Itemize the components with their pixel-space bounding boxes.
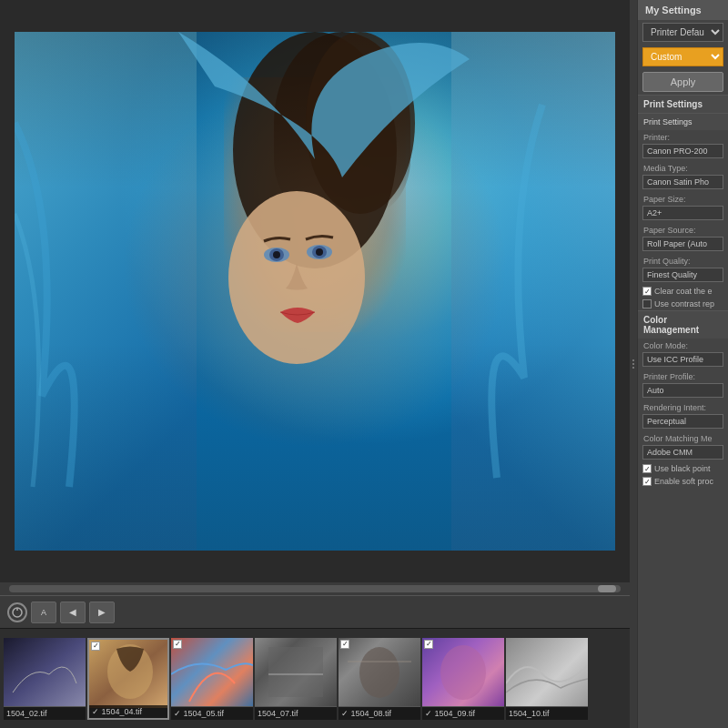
main-area: A ◀ ▶ bbox=[0, 0, 630, 728]
media-type-label: Media Type: bbox=[638, 161, 728, 174]
back-btn[interactable]: ◀ bbox=[60, 602, 86, 623]
print-quality-label: Print Quality: bbox=[638, 254, 728, 267]
film-thumb-2[interactable]: ✓ ✓ 1504_04.tif bbox=[87, 638, 169, 720]
print-quality-value[interactable]: Finest Quality bbox=[642, 268, 723, 282]
film-checkbox-6[interactable]: ✓ bbox=[424, 640, 433, 649]
film-checkbox-5[interactable]: ✓ bbox=[340, 640, 349, 649]
film-label-7: 1504_10.tif bbox=[506, 707, 588, 720]
use-black-point-label: Use black point bbox=[654, 464, 711, 473]
my-settings-title: My Settings bbox=[638, 0, 728, 20]
color-mode-value[interactable]: Use ICC Profile bbox=[642, 352, 723, 367]
thumb-img-2 bbox=[89, 640, 167, 708]
thumb-svg-4 bbox=[255, 638, 337, 706]
paper-size-value[interactable]: A2+ bbox=[642, 206, 723, 220]
resize-handle[interactable] bbox=[630, 0, 637, 728]
photo-overlay bbox=[15, 32, 615, 551]
resize-dot-3 bbox=[632, 367, 634, 369]
thumb-svg-7 bbox=[506, 638, 588, 706]
printer-profile-value[interactable]: Auto bbox=[642, 383, 723, 398]
thumb-svg-5 bbox=[339, 638, 420, 706]
printer-value[interactable]: Canon PRO-200 bbox=[642, 144, 723, 158]
use-black-point-checkbox[interactable]: ✓ bbox=[642, 464, 652, 473]
thumb-img-4 bbox=[255, 638, 337, 706]
thumb-img-6 bbox=[422, 638, 504, 706]
film-check-indicator-6: ✓ bbox=[425, 709, 435, 718]
film-checkbox-3[interactable]: ✓ bbox=[173, 640, 182, 649]
scroll-thumb[interactable] bbox=[598, 585, 616, 592]
enable-soft-row: ✓ Enable soft proc bbox=[638, 475, 728, 488]
svg-rect-11 bbox=[4, 638, 86, 706]
printer-default-dropdown[interactable]: Printer Default bbox=[642, 23, 723, 42]
rotate-icon bbox=[11, 606, 24, 619]
paper-source-label: Paper Source: bbox=[638, 223, 728, 236]
media-type-value[interactable]: Canon Satin Pho bbox=[642, 175, 723, 189]
thumb-img-7 bbox=[506, 638, 588, 706]
film-thumb-6[interactable]: ✓ ✓ 1504_09.tif bbox=[422, 638, 504, 720]
color-matching-label: Color Matching Me bbox=[638, 431, 728, 444]
film-thumb-3[interactable]: ✓ ✓ 1504_05.tif bbox=[171, 638, 253, 720]
use-contrast-label: Use contrast rep bbox=[654, 299, 714, 308]
film-check-indicator-5: ✓ bbox=[341, 709, 351, 718]
enable-soft-checkbox[interactable]: ✓ bbox=[642, 477, 652, 486]
apply-button[interactable]: Apply bbox=[642, 72, 723, 92]
film-label-2: ✓ 1504_04.tif bbox=[89, 705, 167, 718]
film-label-1: 1504_02.tif bbox=[4, 707, 86, 720]
svg-point-16 bbox=[359, 647, 399, 698]
rendering-intent-value[interactable]: Perceptual bbox=[642, 414, 723, 429]
use-contrast-checkbox[interactable] bbox=[642, 299, 652, 308]
svg-point-18 bbox=[440, 645, 486, 700]
filmstrip: 1504_02.tif ✓ bbox=[0, 628, 630, 728]
photo-simulation bbox=[15, 32, 615, 551]
scroll-bar-area bbox=[0, 582, 630, 595]
thumb-svg-3 bbox=[171, 638, 253, 706]
film-label-4: 1504_07.tif bbox=[255, 707, 337, 720]
thumb-img-1 bbox=[4, 638, 86, 706]
resize-dot-2 bbox=[632, 363, 634, 365]
color-matching-value[interactable]: Adobe CMM bbox=[642, 445, 723, 460]
thumb-img-3 bbox=[171, 638, 253, 706]
thumb-svg-2 bbox=[89, 640, 169, 708]
use-black-point-row: ✓ Use black point bbox=[638, 462, 728, 475]
back-icon: ◀ bbox=[69, 607, 76, 617]
clear-coat-label: Clear coat the e bbox=[654, 287, 713, 296]
forward-btn[interactable]: ▶ bbox=[89, 602, 115, 623]
forward-icon: ▶ bbox=[98, 607, 106, 617]
print-settings-header: Print Settings bbox=[638, 95, 728, 113]
film-label-3: ✓ 1504_05.tif bbox=[171, 707, 253, 720]
app-container: A ◀ ▶ bbox=[0, 0, 728, 728]
print-settings-sub: Print Settings bbox=[638, 113, 728, 130]
film-check-indicator-2: ✓ bbox=[92, 707, 102, 716]
svg-rect-17 bbox=[348, 661, 411, 662]
label-tool-btn[interactable]: A bbox=[31, 602, 56, 623]
resize-dot-1 bbox=[632, 359, 634, 361]
color-mode-label: Color Mode: bbox=[638, 339, 728, 351]
film-label-6: ✓ 1504_09.tif bbox=[422, 707, 504, 720]
color-management-header: Color Management bbox=[638, 310, 728, 339]
preview-area bbox=[0, 0, 630, 582]
thumb-svg-1 bbox=[4, 638, 86, 706]
scroll-track[interactable] bbox=[9, 585, 621, 592]
label-icon: A bbox=[41, 608, 46, 617]
use-contrast-row: Use contrast rep bbox=[638, 298, 728, 310]
printer-profile-label: Printer Profile: bbox=[638, 369, 728, 382]
rotate-tool-circle[interactable] bbox=[7, 602, 27, 622]
thumb-svg-6 bbox=[422, 638, 504, 706]
paper-size-label: Paper Size: bbox=[638, 192, 728, 205]
film-thumb-5[interactable]: ✓ ✓ 1504_08.tif bbox=[339, 638, 420, 720]
film-thumb-4[interactable]: 1504_07.tif bbox=[255, 638, 337, 720]
enable-soft-label: Enable soft proc bbox=[654, 477, 713, 486]
toolbar: A ◀ ▶ bbox=[0, 595, 630, 628]
printer-label: Printer: bbox=[638, 130, 728, 143]
film-checkbox-2[interactable]: ✓ bbox=[91, 642, 100, 651]
film-check-indicator-3: ✓ bbox=[174, 709, 184, 718]
film-thumb-1[interactable]: 1504_02.tif bbox=[4, 638, 86, 720]
film-label-5: ✓ 1504_08.tif bbox=[339, 707, 420, 720]
rendering-intent-label: Rendering Intent: bbox=[638, 400, 728, 413]
svg-rect-14 bbox=[268, 647, 323, 697]
clear-coat-row: ✓ Clear coat the e bbox=[638, 285, 728, 298]
paper-source-value[interactable]: Roll Paper (Auto bbox=[642, 237, 723, 251]
clear-coat-checkbox[interactable]: ✓ bbox=[642, 287, 652, 296]
right-panel: My Settings Printer Default Custom Apply… bbox=[637, 0, 728, 728]
film-thumb-7[interactable]: 1504_10.tif bbox=[506, 638, 588, 720]
custom-dropdown[interactable]: Custom bbox=[642, 47, 723, 66]
